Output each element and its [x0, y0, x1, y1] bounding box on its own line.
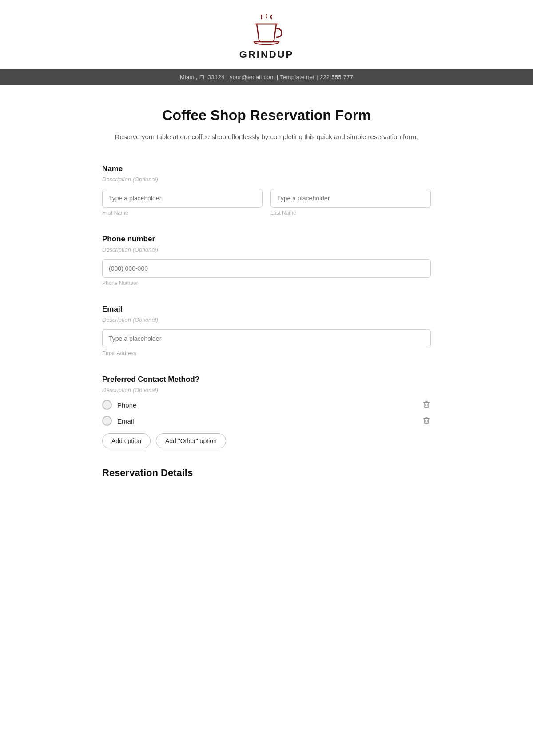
delete-email-icon[interactable]	[422, 416, 431, 426]
first-name-group: First Name	[102, 189, 263, 216]
name-section-description: Description (Optional)	[102, 176, 431, 183]
contact-method-label: Preferred Contact Method?	[102, 375, 431, 384]
first-name-input[interactable]	[102, 189, 263, 208]
header: GRINDUP	[0, 0, 533, 69]
phone-group: Phone Number	[102, 259, 431, 286]
coffee-cup-icon	[249, 14, 284, 45]
last-name-sublabel: Last Name	[270, 210, 431, 216]
phone-section-description: Description (Optional)	[102, 246, 431, 253]
main-content: Coffee Shop Reservation Form Reserve you…	[84, 85, 449, 505]
form-title: Coffee Shop Reservation Form	[102, 107, 431, 124]
radio-label-phone: Phone	[117, 401, 136, 409]
phone-section-label: Phone number	[102, 235, 431, 244]
radio-option-email-left: Email	[102, 416, 134, 426]
phone-section: Phone number Description (Optional) Phon…	[102, 235, 431, 286]
first-name-sublabel: First Name	[102, 210, 263, 216]
contact-method-section: Preferred Contact Method? Description (O…	[102, 375, 431, 448]
name-section-label: Name	[102, 164, 431, 173]
email-sublabel: Email Address	[102, 350, 431, 356]
radio-circle-phone[interactable]	[102, 400, 112, 410]
add-other-option-button[interactable]: Add "Other" option	[156, 433, 226, 448]
radio-option-phone-left: Phone	[102, 400, 136, 410]
radio-option-phone[interactable]: Phone	[102, 400, 431, 410]
last-name-input[interactable]	[270, 189, 431, 208]
add-option-button[interactable]: Add option	[102, 433, 151, 448]
delete-phone-icon[interactable]	[422, 400, 431, 410]
email-section: Email Description (Optional) Email Addre…	[102, 305, 431, 356]
phone-sublabel: Phone Number	[102, 280, 431, 286]
phone-input[interactable]	[102, 259, 431, 278]
email-section-label: Email	[102, 305, 431, 314]
radio-label-email: Email	[117, 417, 134, 425]
svg-rect-1	[424, 403, 429, 407]
brand-name: GRINDUP	[239, 49, 294, 60]
reservation-details-title: Reservation Details	[102, 467, 431, 479]
form-subtitle: Reserve your table at our coffee shop ef…	[102, 132, 431, 142]
email-input[interactable]	[102, 329, 431, 348]
name-section: Name Description (Optional) First Name L…	[102, 164, 431, 216]
info-bar: Miami, FL 33124 | your@email.com | Templ…	[0, 69, 533, 85]
svg-rect-6	[424, 419, 429, 423]
add-option-row: Add option Add "Other" option	[102, 433, 431, 448]
name-input-row: First Name Last Name	[102, 189, 431, 216]
contact-method-description: Description (Optional)	[102, 387, 431, 393]
radio-option-email[interactable]: Email	[102, 416, 431, 426]
last-name-group: Last Name	[270, 189, 431, 216]
radio-circle-email[interactable]	[102, 416, 112, 426]
email-section-description: Description (Optional)	[102, 316, 431, 323]
email-group: Email Address	[102, 329, 431, 356]
